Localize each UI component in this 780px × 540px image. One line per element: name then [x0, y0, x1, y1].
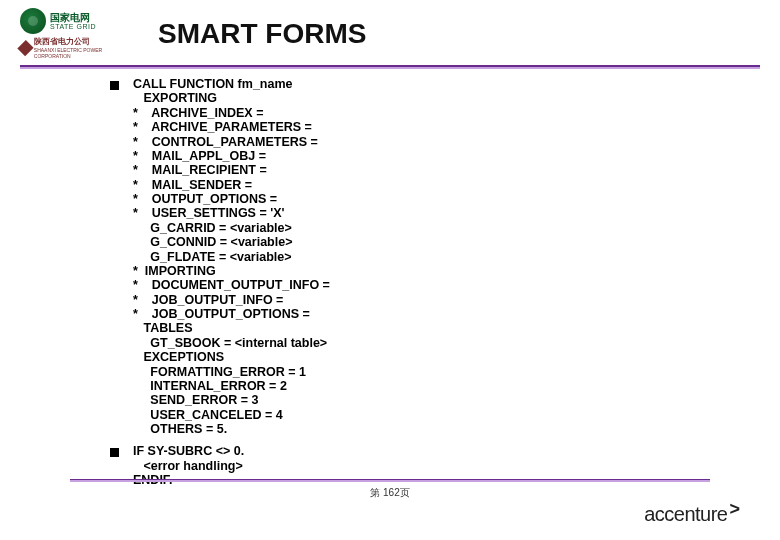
shaanxi-en: SHAANXI ELECTRIC POWER CORPORATION: [34, 47, 130, 59]
page-title: SMART FORMS: [158, 18, 366, 50]
page-number: 第 162页: [370, 486, 409, 500]
slide-header: 国家电网 STATE GRID 陕西省电力公司 SHAANXI ELECTRIC…: [0, 0, 780, 63]
state-grid-en: STATE GRID: [50, 23, 96, 30]
code-block-1: CALL FUNCTION fm_name EXPORTING * ARCHIV…: [133, 77, 330, 436]
state-grid-icon: [20, 8, 46, 34]
accenture-logo: accenture >: [644, 503, 740, 526]
logo-area: 国家电网 STATE GRID 陕西省电力公司 SHAANXI ELECTRIC…: [20, 8, 130, 59]
bullet-item-1: CALL FUNCTION fm_name EXPORTING * ARCHIV…: [110, 77, 780, 436]
content-area: CALL FUNCTION fm_name EXPORTING * ARCHIV…: [0, 77, 780, 488]
header-divider: [20, 65, 760, 69]
bullet-icon: [110, 81, 119, 90]
state-grid-logo: 国家电网 STATE GRID: [20, 8, 130, 34]
bullet-icon: [110, 448, 119, 457]
accenture-arrow-icon: >: [729, 499, 740, 520]
shaanxi-logo: 陕西省电力公司 SHAANXI ELECTRIC POWER CORPORATI…: [20, 36, 130, 59]
accenture-text: accenture: [644, 503, 727, 526]
shaanxi-cn: 陕西省电力公司: [34, 36, 130, 47]
state-grid-cn: 国家电网: [50, 13, 96, 23]
shaanxi-icon: [17, 39, 33, 55]
footer-divider: [70, 479, 710, 482]
